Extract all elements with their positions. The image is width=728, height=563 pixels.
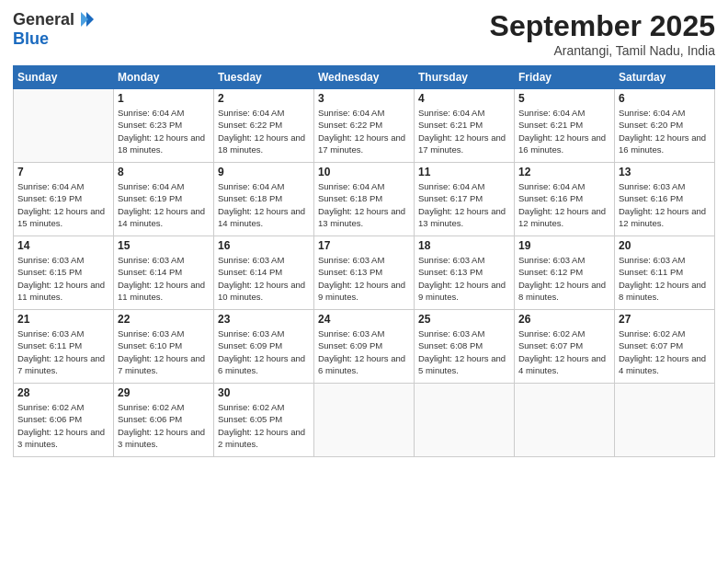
- day-number: 4: [418, 92, 510, 105]
- calendar-week-row: 28Sunrise: 6:02 AM Sunset: 6:06 PM Dayli…: [14, 384, 715, 457]
- day-info: Sunrise: 6:02 AM Sunset: 6:06 PM Dayligh…: [17, 401, 109, 450]
- calendar-cell: [14, 89, 114, 163]
- day-info: Sunrise: 6:04 AM Sunset: 6:16 PM Dayligh…: [518, 180, 610, 229]
- day-info: Sunrise: 6:04 AM Sunset: 6:17 PM Dayligh…: [418, 180, 510, 229]
- calendar-cell: 1Sunrise: 6:04 AM Sunset: 6:23 PM Daylig…: [114, 89, 214, 163]
- logo-general-text: General: [13, 10, 74, 29]
- day-info: Sunrise: 6:04 AM Sunset: 6:18 PM Dayligh…: [318, 180, 410, 229]
- calendar-cell: 23Sunrise: 6:03 AM Sunset: 6:09 PM Dayli…: [214, 310, 314, 384]
- day-number: 11: [418, 166, 510, 178]
- calendar-header-row: SundayMondayTuesdayWednesdayThursdayFrid…: [14, 66, 715, 89]
- day-info: Sunrise: 6:04 AM Sunset: 6:19 PM Dayligh…: [118, 180, 210, 229]
- weekday-header: Monday: [114, 66, 214, 89]
- calendar-cell: 21Sunrise: 6:03 AM Sunset: 6:11 PM Dayli…: [14, 310, 114, 384]
- day-info: Sunrise: 6:03 AM Sunset: 6:14 PM Dayligh…: [118, 254, 210, 303]
- calendar-cell: 24Sunrise: 6:03 AM Sunset: 6:09 PM Dayli…: [314, 310, 415, 384]
- calendar-cell: 18Sunrise: 6:03 AM Sunset: 6:13 PM Dayli…: [415, 236, 515, 310]
- calendar-cell: 14Sunrise: 6:03 AM Sunset: 6:15 PM Dayli…: [14, 236, 114, 310]
- calendar-cell: 5Sunrise: 6:04 AM Sunset: 6:21 PM Daylig…: [515, 89, 615, 163]
- calendar-cell: 12Sunrise: 6:04 AM Sunset: 6:16 PM Dayli…: [515, 163, 615, 236]
- calendar-cell: 4Sunrise: 6:04 AM Sunset: 6:21 PM Daylig…: [415, 89, 515, 163]
- calendar-cell: 29Sunrise: 6:02 AM Sunset: 6:06 PM Dayli…: [114, 384, 214, 457]
- calendar-cell: [415, 384, 515, 457]
- day-number: 17: [318, 239, 410, 252]
- day-number: 24: [318, 313, 410, 326]
- day-number: 16: [218, 239, 310, 252]
- day-number: 23: [218, 313, 310, 326]
- calendar-cell: 15Sunrise: 6:03 AM Sunset: 6:14 PM Dayli…: [114, 236, 214, 310]
- calendar-week-row: 14Sunrise: 6:03 AM Sunset: 6:15 PM Dayli…: [14, 236, 715, 310]
- calendar-cell: 13Sunrise: 6:03 AM Sunset: 6:16 PM Dayli…: [615, 163, 715, 236]
- calendar-cell: [314, 384, 415, 457]
- calendar-week-row: 21Sunrise: 6:03 AM Sunset: 6:11 PM Dayli…: [14, 310, 715, 384]
- day-number: 22: [118, 313, 210, 326]
- day-info: Sunrise: 6:03 AM Sunset: 6:10 PM Dayligh…: [118, 327, 210, 376]
- day-info: Sunrise: 6:04 AM Sunset: 6:22 PM Dayligh…: [318, 107, 410, 155]
- calendar-cell: 26Sunrise: 6:02 AM Sunset: 6:07 PM Dayli…: [515, 310, 615, 384]
- weekday-header: Friday: [515, 66, 615, 89]
- day-info: Sunrise: 6:03 AM Sunset: 6:12 PM Dayligh…: [518, 254, 610, 303]
- day-number: 9: [218, 166, 310, 178]
- calendar-cell: 16Sunrise: 6:03 AM Sunset: 6:14 PM Dayli…: [214, 236, 314, 310]
- day-number: 7: [17, 166, 109, 178]
- day-info: Sunrise: 6:04 AM Sunset: 6:21 PM Dayligh…: [418, 107, 510, 155]
- page-container: General Blue September 2025 Arantangi, T…: [0, 0, 728, 563]
- calendar-cell: 22Sunrise: 6:03 AM Sunset: 6:10 PM Dayli…: [114, 310, 214, 384]
- day-number: 20: [619, 239, 711, 252]
- day-info: Sunrise: 6:03 AM Sunset: 6:13 PM Dayligh…: [318, 254, 410, 303]
- day-info: Sunrise: 6:03 AM Sunset: 6:16 PM Dayligh…: [619, 180, 711, 229]
- day-info: Sunrise: 6:03 AM Sunset: 6:11 PM Dayligh…: [619, 254, 711, 303]
- header: General Blue September 2025 Arantangi, T…: [13, 9, 715, 58]
- calendar-cell: 3Sunrise: 6:04 AM Sunset: 6:22 PM Daylig…: [314, 89, 415, 163]
- weekday-header: Sunday: [14, 66, 114, 89]
- day-info: Sunrise: 6:03 AM Sunset: 6:09 PM Dayligh…: [318, 327, 410, 376]
- day-number: 27: [619, 313, 711, 326]
- day-number: 18: [418, 239, 510, 252]
- calendar-cell: [515, 384, 615, 457]
- day-info: Sunrise: 6:04 AM Sunset: 6:21 PM Dayligh…: [518, 107, 610, 155]
- day-info: Sunrise: 6:02 AM Sunset: 6:07 PM Dayligh…: [619, 327, 711, 376]
- day-info: Sunrise: 6:04 AM Sunset: 6:20 PM Dayligh…: [619, 107, 711, 155]
- day-number: 6: [619, 92, 711, 105]
- calendar-week-row: 7Sunrise: 6:04 AM Sunset: 6:19 PM Daylig…: [14, 163, 715, 236]
- location: Arantangi, Tamil Nadu, India: [490, 43, 715, 58]
- day-number: 1: [118, 92, 210, 105]
- day-number: 25: [418, 313, 510, 326]
- calendar-cell: 30Sunrise: 6:02 AM Sunset: 6:05 PM Dayli…: [214, 384, 314, 457]
- day-info: Sunrise: 6:04 AM Sunset: 6:18 PM Dayligh…: [218, 180, 310, 229]
- calendar-cell: 20Sunrise: 6:03 AM Sunset: 6:11 PM Dayli…: [615, 236, 715, 310]
- day-number: 13: [619, 166, 711, 178]
- title-block: September 2025 Arantangi, Tamil Nadu, In…: [490, 9, 715, 58]
- day-number: 3: [318, 92, 410, 105]
- calendar-cell: 6Sunrise: 6:04 AM Sunset: 6:20 PM Daylig…: [615, 89, 715, 163]
- day-info: Sunrise: 6:02 AM Sunset: 6:07 PM Dayligh…: [518, 327, 610, 376]
- day-number: 14: [17, 239, 109, 252]
- calendar-cell: 17Sunrise: 6:03 AM Sunset: 6:13 PM Dayli…: [314, 236, 415, 310]
- day-number: 21: [17, 313, 109, 326]
- day-number: 15: [118, 239, 210, 252]
- logo-icon: [76, 9, 97, 29]
- weekday-header: Wednesday: [314, 66, 415, 89]
- day-info: Sunrise: 6:03 AM Sunset: 6:09 PM Dayligh…: [218, 327, 310, 376]
- day-info: Sunrise: 6:03 AM Sunset: 6:13 PM Dayligh…: [418, 254, 510, 303]
- weekday-header: Thursday: [415, 66, 515, 89]
- day-number: 28: [17, 386, 109, 399]
- logo-blue-text: Blue: [13, 29, 49, 49]
- calendar-table: SundayMondayTuesdayWednesdayThursdayFrid…: [13, 65, 715, 457]
- calendar-cell: 25Sunrise: 6:03 AM Sunset: 6:08 PM Dayli…: [415, 310, 515, 384]
- day-info: Sunrise: 6:02 AM Sunset: 6:05 PM Dayligh…: [218, 401, 310, 450]
- day-number: 8: [118, 166, 210, 178]
- day-number: 10: [318, 166, 410, 178]
- day-number: 29: [118, 386, 210, 399]
- day-number: 19: [518, 239, 610, 252]
- calendar-cell: 28Sunrise: 6:02 AM Sunset: 6:06 PM Dayli…: [14, 384, 114, 457]
- calendar-cell: 8Sunrise: 6:04 AM Sunset: 6:19 PM Daylig…: [114, 163, 214, 236]
- calendar-cell: 7Sunrise: 6:04 AM Sunset: 6:19 PM Daylig…: [14, 163, 114, 236]
- calendar-cell: 11Sunrise: 6:04 AM Sunset: 6:17 PM Dayli…: [415, 163, 515, 236]
- calendar-cell: [615, 384, 715, 457]
- weekday-header: Saturday: [615, 66, 715, 89]
- day-info: Sunrise: 6:04 AM Sunset: 6:19 PM Dayligh…: [17, 180, 109, 229]
- day-number: 12: [518, 166, 610, 178]
- day-info: Sunrise: 6:04 AM Sunset: 6:23 PM Dayligh…: [118, 107, 210, 155]
- calendar-cell: 9Sunrise: 6:04 AM Sunset: 6:18 PM Daylig…: [214, 163, 314, 236]
